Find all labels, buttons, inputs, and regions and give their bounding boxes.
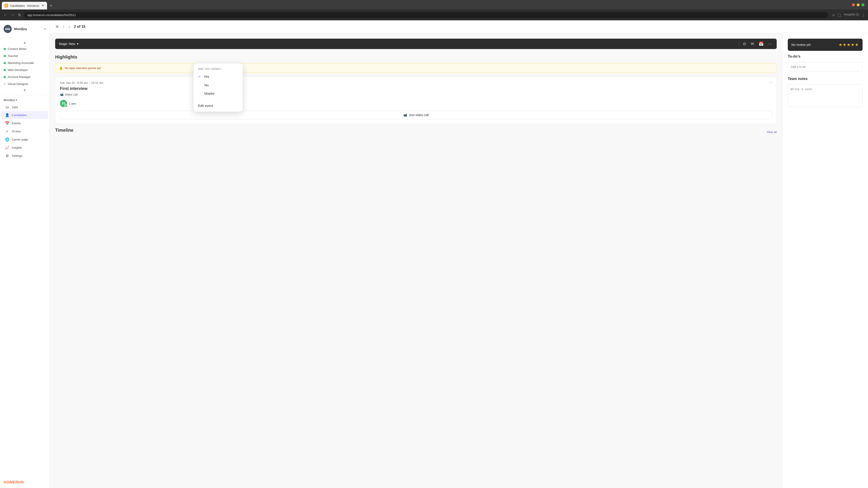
calendar-button[interactable]: 📅 — [758, 40, 765, 47]
job-dot — [4, 48, 6, 50]
view-all-link[interactable]: View all — [767, 130, 777, 134]
left-panel: Stage: New ▾ ⊖ ✉ 📅 ⋯ Highlights ⚠️ No da… — [50, 33, 782, 488]
yes-count: 1 yes — [69, 102, 76, 105]
jobs-list: ▲ Content Writer Teacher Marketing Assoc… — [0, 38, 50, 95]
video-icon: 📹 — [60, 93, 64, 96]
sidebar-item-candidates[interactable]: 👤 Candidates — [1, 111, 48, 119]
more-actions-button[interactable]: ⋯ — [767, 40, 773, 47]
add-todo-input[interactable] — [788, 62, 863, 71]
job-item-visual-designer[interactable]: Visual Designer — [0, 80, 50, 88]
sidebar-item-label: Events — [12, 122, 21, 125]
dropdown-item-maybe[interactable]: Maybe — [193, 89, 243, 98]
address-bar[interactable] — [24, 12, 828, 18]
bookmark-icon[interactable]: ☆ — [832, 13, 835, 17]
dropdown-item-no[interactable]: No — [193, 81, 243, 89]
sidebar: MM Moodjoy ▾ ▲ Content Writer Teacher Ma… — [0, 20, 50, 488]
active-tab[interactable]: H Candidates · Homerun ✕ — [2, 2, 47, 9]
top-bar: ✕ ↑ ↓ 2 of 15 — [50, 20, 868, 33]
job-dot — [4, 76, 6, 78]
dropdown-item-yes[interactable]: ✓ Yes — [193, 72, 243, 81]
job-name: Web Developer — [8, 68, 46, 72]
sidebar-item-label: Settings — [12, 154, 22, 158]
job-name: Account Manager — [8, 75, 46, 78]
candidates-icon: 👤 — [5, 113, 9, 117]
stage-select[interactable]: Stage: New ▾ — [59, 42, 736, 46]
events-icon: 📅 — [5, 121, 9, 125]
scroll-up-button[interactable]: ▲ — [23, 40, 27, 44]
job-dot — [4, 83, 6, 85]
stage-dropdown-chevron: ▾ — [77, 42, 79, 46]
dropdown-item-edit-event[interactable]: Edit event — [193, 101, 243, 110]
browser-toolbar-icons: ☆ ⬚ Incognito (2) ⋮ — [832, 13, 865, 17]
job-dot — [4, 62, 6, 64]
career-page-icon: 🌐 — [5, 137, 9, 142]
join-call-button[interactable]: 📹 Join video call — [60, 111, 772, 119]
org-dropdown-icon[interactable]: ▾ — [44, 27, 46, 31]
team-notes-title: Team notes — [788, 77, 863, 81]
reject-button[interactable]: ⊖ — [742, 40, 747, 47]
reload-button[interactable]: ↻ — [17, 12, 22, 18]
new-tab-button[interactable]: + — [48, 2, 54, 9]
card-more-button[interactable]: ⋯ — [769, 80, 773, 85]
sidebar-item-todos[interactable]: ✓ To-dos — [1, 127, 48, 135]
job-item-account-manager[interactable]: Account Manager — [0, 73, 50, 80]
job-item-marketing-associate[interactable]: Marketing Associate — [0, 59, 50, 66]
back-button[interactable]: ← — [3, 12, 8, 18]
sidebar-item-events[interactable]: 📅 Events — [1, 119, 48, 127]
job-item-teacher[interactable]: Teacher — [0, 53, 50, 59]
org-nav-section: Moodjoy ▾ 🗂 Jobs 👤 Candidates 📅 Events ✓… — [0, 95, 50, 162]
write-note-textarea[interactable] — [788, 85, 863, 107]
extensions-icon[interactable]: ⬚ — [838, 13, 841, 17]
sidebar-item-label: Career page — [12, 138, 28, 141]
prev-candidate-button[interactable]: ↑ — [63, 24, 65, 29]
todos-section: To-do's — [788, 55, 863, 71]
sidebar-item-label: To-dos — [12, 130, 21, 133]
stage-label: Stage: New — [59, 42, 75, 46]
job-item-web-developer[interactable]: Web Developer — [0, 66, 50, 73]
team-notes-section: Team notes — [788, 77, 863, 108]
job-dot — [4, 55, 6, 57]
timeline-title: Timeline — [55, 128, 73, 133]
tab-title: Candidates · Homerun — [10, 4, 39, 7]
forward-button[interactable]: → — [10, 12, 16, 18]
content-area: Stage: New ▾ ⊖ ✉ 📅 ⋯ Highlights ⚠️ No da… — [50, 33, 868, 488]
org-name: Moodjoy — [14, 27, 27, 31]
insights-icon: 📈 — [5, 145, 9, 150]
next-candidate-button[interactable]: ↓ — [68, 24, 70, 29]
job-item-content-writer[interactable]: Content Writer — [0, 45, 50, 53]
no-review-banner: No review yet ★★★★★ — [788, 39, 863, 51]
scroll-down-button[interactable]: ▼ — [23, 88, 27, 92]
dropdown-item-label: Yes — [204, 74, 209, 78]
job-name: Marketing Associate — [8, 61, 46, 65]
window-close-button[interactable] — [852, 3, 855, 6]
window-maximize-button[interactable] — [862, 3, 864, 6]
highlights-title: Highlights — [55, 55, 777, 60]
tab-favicon: H — [4, 4, 8, 7]
sidebar-item-label: Jobs — [12, 105, 18, 109]
sidebar-item-career-page[interactable]: 🌐 Career page — [1, 135, 48, 143]
sidebar-item-jobs[interactable]: 🗂 Jobs — [1, 103, 48, 111]
video-call-label: 📹 Video call — [60, 93, 772, 96]
menu-icon[interactable]: ⋮ — [862, 13, 865, 17]
sidebar-item-settings[interactable]: ⚙ Settings — [1, 152, 48, 160]
sidebar-footer: HOMERUN — [0, 477, 50, 488]
window-minimize-button[interactable] — [857, 3, 860, 6]
tab-bar: H Candidates · Homerun ✕ + — [0, 0, 868, 9]
warning-banner: ⚠️ No data retention period set — [55, 63, 777, 73]
no-review-text: No review yet — [792, 43, 811, 46]
org-dropdown-icon[interactable]: ▾ — [16, 98, 17, 102]
app: MM Moodjoy ▾ ▲ Content Writer Teacher Ma… — [0, 20, 868, 488]
todos-icon: ✓ — [5, 129, 9, 133]
tab-close-button[interactable]: ✕ — [41, 4, 44, 7]
sidebar-item-insights[interactable]: 📈 Insights — [1, 144, 48, 152]
job-name: Visual Designer — [8, 82, 46, 86]
close-button[interactable]: ✕ — [55, 24, 59, 29]
email-button[interactable]: ✉ — [750, 40, 755, 47]
warning-icon: ⚠️ — [59, 66, 63, 70]
attendees: SS ✓ 1 yes — [60, 100, 772, 107]
stage-toolbar: Stage: New ▾ ⊖ ✉ 📅 ⋯ — [55, 39, 777, 49]
attendee-check-icon: ✓ — [64, 104, 68, 107]
avatar: MM — [4, 25, 12, 33]
scroll-up-indicator: ▲ — [0, 39, 50, 45]
sidebar-item-label: Candidates — [12, 113, 27, 117]
